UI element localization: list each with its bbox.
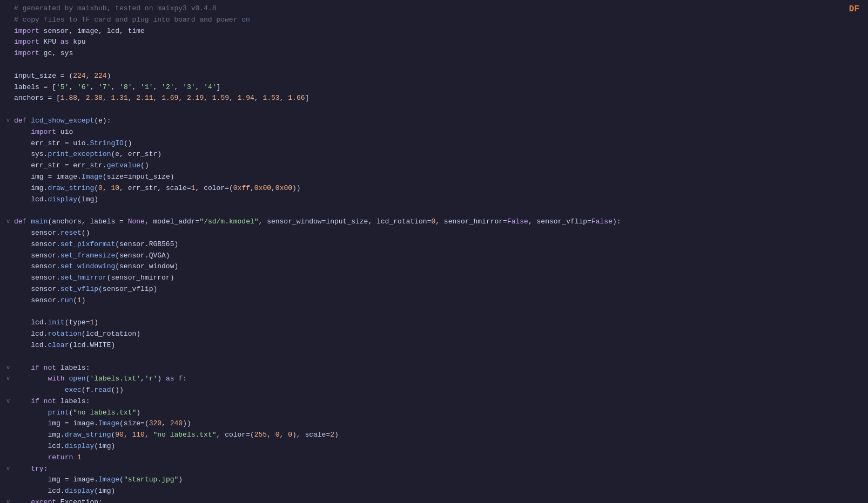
code-line-12: import uio	[0, 127, 868, 138]
code-line-13: err_str = uio.StringIO()	[0, 138, 868, 149]
fold-gutter-16[interactable]	[4, 172, 12, 172]
fold-gutter-17[interactable]	[4, 183, 12, 183]
line-content-26: sensor.set_vflip(sensor_vflip)	[12, 284, 868, 295]
line-content-2: # copy files to TF card and plug into bo…	[12, 15, 868, 26]
fold-gutter-29[interactable]	[4, 317, 12, 318]
fold-gutter-42[interactable]: v	[4, 464, 12, 474]
fold-gutter-10[interactable]	[4, 104, 12, 105]
fold-gutter-3[interactable]	[4, 26, 12, 26]
fold-gutter-45[interactable]: v	[4, 497, 12, 503]
line-content-35: exec(f.read())	[12, 385, 868, 396]
code-line-2: # copy files to TF card and plug into bo…	[0, 15, 868, 26]
code-line-19	[0, 205, 868, 216]
fold-gutter-20[interactable]: v	[4, 216, 12, 227]
fold-gutter-8[interactable]	[4, 82, 12, 83]
line-content-42: try:	[12, 464, 868, 475]
fold-gutter-24[interactable]	[4, 261, 12, 262]
line-content-24: sensor.set_windowing(sensor_window)	[12, 261, 868, 273]
code-line-4: import KPU as kpu	[0, 37, 868, 48]
code-line-17: img.draw_string(0, 10, err_str, scale=1,…	[0, 183, 868, 194]
code-line-11: v def lcd_show_except(e):	[0, 115, 868, 127]
line-content-5: import gc, sys	[12, 48, 868, 59]
line-content-45: except Exception:	[12, 497, 868, 503]
line-content-17: img.draw_string(0, 10, err_str, scale=1,…	[12, 183, 868, 194]
line-content-38: img = image.Image(size=(320, 240))	[12, 418, 868, 430]
fold-gutter-11[interactable]: v	[4, 115, 12, 126]
fold-gutter-27[interactable]	[4, 295, 12, 296]
code-line-28	[0, 307, 868, 318]
code-line-33: v if not labels:	[0, 363, 868, 374]
fold-gutter-33[interactable]: v	[4, 363, 12, 373]
fold-gutter-26[interactable]	[4, 284, 12, 284]
code-line-3: import sensor, image, lcd, time	[0, 26, 868, 37]
fold-gutter-39[interactable]	[4, 430, 12, 430]
line-content-30: lcd.rotation(lcd_rotation)	[12, 329, 868, 340]
fold-gutter-14[interactable]	[4, 149, 12, 149]
code-line-23: sensor.set_framesize(sensor.QVGA)	[0, 250, 868, 262]
fold-gutter-38[interactable]	[4, 418, 12, 419]
fold-gutter-7[interactable]	[4, 71, 12, 71]
fold-gutter-36[interactable]: v	[4, 396, 12, 406]
code-line-43: img = image.Image("startup.jpg")	[0, 474, 868, 486]
line-content-11: def lcd_show_except(e):	[12, 115, 868, 127]
code-line-31: lcd.clear(lcd.WHITE)	[0, 340, 868, 351]
fold-gutter-31[interactable]	[4, 340, 12, 341]
code-line-37: print("no labels.txt")	[0, 407, 868, 419]
code-line-18: lcd.display(img)	[0, 194, 868, 206]
code-line-7: input_size = (224, 224)	[0, 71, 868, 82]
code-line-5: import gc, sys	[0, 48, 868, 59]
line-content-4: import KPU as kpu	[12, 37, 868, 48]
fold-gutter-40[interactable]	[4, 441, 12, 441]
fold-gutter-4[interactable]	[4, 37, 12, 37]
fold-gutter-21[interactable]	[4, 228, 12, 228]
fold-gutter-43[interactable]	[4, 474, 12, 475]
code-line-44: lcd.display(img)	[0, 486, 868, 497]
line-content-34: with open('labels.txt','r') as f:	[12, 373, 868, 385]
code-line-25: sensor.set_hmirror(sensor_hmirror)	[0, 273, 868, 284]
code-editor: DF # generated by maixhub, tested on mai…	[0, 0, 868, 503]
fold-gutter-13[interactable]	[4, 138, 12, 139]
fold-gutter-1[interactable]	[4, 3, 12, 4]
line-content-22: sensor.set_pixformat(sensor.RGB565)	[12, 239, 868, 250]
fold-gutter-15[interactable]	[4, 160, 12, 161]
line-content-40: lcd.display(img)	[12, 441, 868, 452]
code-line-9: anchors = [1.88, 2.38, 1.31, 2.11, 1.69,…	[0, 93, 868, 104]
fold-gutter-35[interactable]	[4, 385, 12, 385]
code-line-39: img.draw_string(90, 110, "no labels.txt"…	[0, 430, 868, 441]
code-line-29: lcd.init(type=1)	[0, 317, 868, 329]
code-line-20: v def main(anchors, labels = None, model…	[0, 216, 868, 228]
fold-gutter-37[interactable]	[4, 407, 12, 408]
line-content-41: return 1	[12, 452, 868, 464]
code-line-14: sys.print_exception(e, err_str)	[0, 149, 868, 160]
code-line-42: v try:	[0, 464, 868, 475]
line-content-29: lcd.init(type=1)	[12, 317, 868, 329]
fold-gutter-32[interactable]	[4, 351, 12, 352]
line-content-15: err_str = err_str.getvalue()	[12, 160, 868, 172]
fold-gutter-19[interactable]	[4, 205, 12, 206]
fold-gutter-28[interactable]	[4, 307, 12, 307]
line-content-20: def main(anchors, labels = None, model_a…	[12, 216, 868, 228]
fold-gutter-9[interactable]	[4, 93, 12, 93]
fold-gutter-22[interactable]	[4, 239, 12, 240]
fold-gutter-41[interactable]	[4, 452, 12, 453]
line-content-1: # generated by maixhub, tested on maixpy…	[12, 3, 868, 15]
fold-gutter-25[interactable]	[4, 273, 12, 273]
line-content-21: sensor.reset()	[12, 228, 868, 239]
line-content-12: import uio	[12, 127, 868, 138]
code-line-22: sensor.set_pixformat(sensor.RGB565)	[0, 239, 868, 250]
code-line-26: sensor.set_vflip(sensor_vflip)	[0, 284, 868, 295]
fold-gutter-5[interactable]	[4, 48, 12, 49]
fold-gutter-23[interactable]	[4, 250, 12, 251]
fold-gutter-44[interactable]	[4, 486, 12, 486]
fold-gutter-2[interactable]	[4, 15, 12, 15]
code-line-35: exec(f.read())	[0, 385, 868, 396]
code-line-10	[0, 104, 868, 115]
code-line-36: v if not labels:	[0, 396, 868, 407]
line-content-25: sensor.set_hmirror(sensor_hmirror)	[12, 273, 868, 284]
fold-gutter-34[interactable]: v	[4, 373, 12, 384]
fold-gutter-30[interactable]	[4, 329, 12, 329]
line-content-27: sensor.run(1)	[12, 295, 868, 307]
fold-gutter-12[interactable]	[4, 127, 12, 127]
fold-gutter-6[interactable]	[4, 59, 12, 60]
fold-gutter-18[interactable]	[4, 194, 12, 195]
